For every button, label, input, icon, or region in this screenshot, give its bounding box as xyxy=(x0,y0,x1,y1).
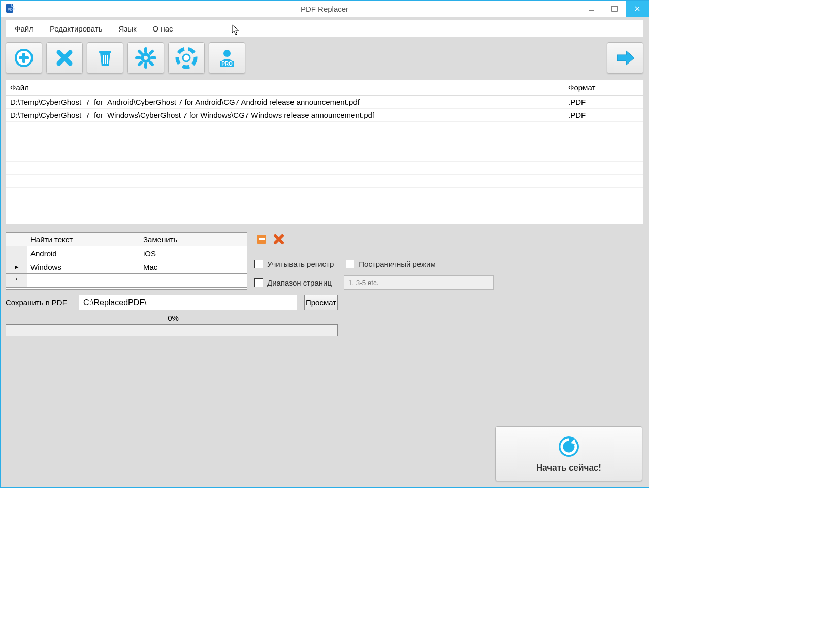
svg-point-25 xyxy=(223,50,231,57)
refresh-icon xyxy=(557,435,580,461)
maximize-button[interactable] xyxy=(603,1,626,17)
menu-about[interactable]: О нас xyxy=(153,24,173,33)
svg-point-14 xyxy=(142,54,149,61)
save-path-input[interactable] xyxy=(79,295,297,310)
table-row[interactable]: D:\Temp\CyberGhost_7_for_Android\CyberGh… xyxy=(6,96,643,109)
help-button[interactable] xyxy=(168,42,205,74)
case-checkbox[interactable]: Учитывать регистр xyxy=(254,260,334,268)
table-row[interactable]: D:\Temp\CyberGhost_7_for_Windows\CyberGh… xyxy=(6,109,643,122)
start-label: Начать сейчас! xyxy=(536,463,601,473)
clear-button[interactable] xyxy=(87,42,123,74)
save-label: Сохранить в PDF xyxy=(6,298,72,307)
svg-rect-9 xyxy=(19,56,29,59)
delete-button[interactable] xyxy=(46,42,83,74)
start-button[interactable]: Начать сейчас! xyxy=(495,426,642,481)
app-icon: PDF xyxy=(5,3,17,15)
svg-line-19 xyxy=(139,51,141,53)
row-marker-icon: ▸ xyxy=(6,260,27,274)
progress-bar xyxy=(6,324,338,336)
replace-table[interactable]: Найти текст Заменить Android iOS ▸ Windo… xyxy=(6,232,247,290)
settings-button[interactable] xyxy=(127,42,164,74)
svg-line-21 xyxy=(150,51,152,53)
svg-rect-3 xyxy=(612,6,617,11)
replace-cell[interactable]: iOS xyxy=(140,246,247,260)
svg-rect-10 xyxy=(99,51,111,53)
next-button[interactable] xyxy=(607,42,643,74)
progress-pct: 0% xyxy=(6,314,341,322)
window-title: PDF Replacer xyxy=(301,5,348,13)
svg-point-24 xyxy=(183,54,190,61)
minimize-button[interactable] xyxy=(580,1,603,17)
menu-lang[interactable]: Язык xyxy=(119,24,137,33)
titlebar: PDF PDF Replacer xyxy=(1,1,649,17)
svg-text:PRO: PRO xyxy=(221,61,233,67)
pro-button[interactable]: PRO xyxy=(209,42,245,74)
menu-file[interactable]: Файл xyxy=(15,24,34,33)
file-col-header[interactable]: Файл xyxy=(6,80,564,95)
add-button[interactable] xyxy=(6,42,42,74)
find-cell[interactable]: Android xyxy=(27,246,140,260)
new-row-marker-icon: * xyxy=(6,274,27,288)
clear-rows-button[interactable] xyxy=(272,232,286,246)
svg-text:PDF: PDF xyxy=(8,8,15,11)
menubar: Файл Редактировать Язык О нас xyxy=(6,20,643,37)
menu-edit[interactable]: Редактировать xyxy=(50,24,103,33)
find-cell[interactable]: Windows xyxy=(27,260,140,274)
toolbar: PRO xyxy=(1,37,649,74)
svg-rect-29 xyxy=(259,238,265,240)
format-col-header[interactable]: Формат xyxy=(564,80,643,95)
svg-line-20 xyxy=(150,62,152,65)
pagewise-checkbox[interactable]: Постраничный режим xyxy=(346,260,436,268)
range-checkbox[interactable]: Диапазон страниц xyxy=(254,278,332,287)
browse-button[interactable]: Просмат xyxy=(304,295,338,310)
range-input[interactable] xyxy=(344,275,494,290)
remove-row-button[interactable] xyxy=(254,232,269,246)
find-col-header[interactable]: Найти текст xyxy=(27,233,140,246)
svg-line-22 xyxy=(139,62,141,65)
replace-cell[interactable]: Mac xyxy=(140,260,247,274)
file-list[interactable]: Файл Формат D:\Temp\CyberGhost_7_for_And… xyxy=(6,80,643,224)
close-button[interactable] xyxy=(626,1,649,17)
replace-col-header[interactable]: Заменить xyxy=(140,233,247,246)
